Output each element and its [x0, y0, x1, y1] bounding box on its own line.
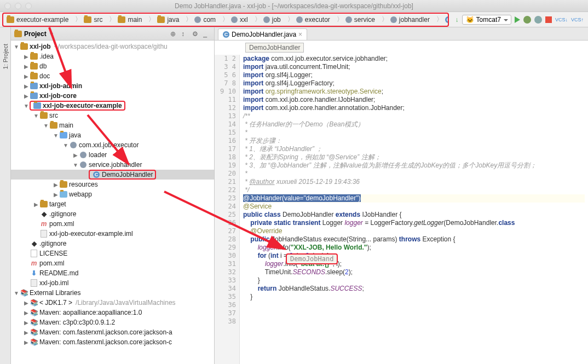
tree-node[interactable]: LICENSE [11, 249, 214, 258]
tree-node[interactable]: ▼service.jobhandler [11, 160, 214, 170]
tree-node[interactable]: ▶📚Maven: c3p0:c3p0:0.9.1.2 [11, 317, 214, 327]
tree-node[interactable]: xxl-job.iml [11, 278, 214, 288]
tree-node[interactable]: ▶xxl-job-admin [11, 81, 214, 91]
tomcat-icon: 🐱 [466, 16, 474, 24]
breadcrumb-item[interactable]: 〉job [251, 15, 284, 24]
tree-node[interactable]: ▶target [11, 199, 214, 209]
tab-label: DemoJobHandler.java [232, 31, 296, 38]
project-panel: Project ▾ ⊕ ↕ ⚙ ⎯ ▼xxl-job~/workspaces/i… [11, 27, 215, 364]
debug-button[interactable] [523, 16, 531, 24]
breadcrumb-item[interactable]: 〉src [72, 15, 106, 24]
tree-node[interactable]: CDemoJobHandler [11, 170, 214, 180]
code-editor[interactable]: 1 2 3 4 5 6 7 8 9 10 11 12 13 14 15 16 1… [215, 55, 588, 364]
breadcrumb-item[interactable]: 〉executor [284, 15, 333, 24]
tree-node[interactable]: ▼📚External Libraries [11, 288, 214, 298]
hide-icon[interactable]: ⎯ [203, 30, 211, 38]
tree-node[interactable]: ▼com.xxl.job.executor [11, 140, 214, 150]
breadcrumb-item[interactable]: 〉xxl [219, 15, 251, 24]
close-tab-icon[interactable]: × [298, 31, 302, 38]
tree-node[interactable]: ▶db [11, 61, 214, 71]
window-titlebar: Demo JobHandler.java - xxl-job - [~/work… [0, 0, 588, 12]
tree-node[interactable]: ▶webapp [11, 189, 214, 199]
tree-node[interactable]: ▼xxl-job~/workspaces/idea-git-workspace/… [11, 42, 214, 51]
stop-button[interactable] [545, 16, 552, 23]
tree-node[interactable]: ▶resources [11, 180, 214, 189]
editor-area: C DemoJobHandler.java × DemoJobHandler 1… [215, 27, 588, 364]
tree-node[interactable]: ▼java [11, 130, 214, 140]
tree-node[interactable]: ◆.gitignore [11, 209, 214, 219]
tree-node[interactable]: ▶📚< JDK1.7 >/Library/Java/JavaVirtualMac… [11, 298, 214, 308]
settings-icon[interactable]: ⚙ [192, 30, 200, 38]
project-tool-label[interactable]: 1: Project [2, 44, 9, 69]
project-header-title: Project [24, 30, 47, 38]
vcs-commit-icon[interactable]: VCS↑ [571, 17, 584, 22]
breadcrumb-item[interactable]: 〉java [145, 15, 182, 24]
tree-node[interactable]: ▶loader [11, 150, 214, 160]
breadcrumb-item[interactable]: 〉service [333, 15, 378, 24]
quickdoc-tooltip: DemoJobHand [286, 253, 338, 264]
traffic-lights[interactable] [4, 3, 32, 9]
tree-node[interactable]: ▶📚Maven: aopalliance:aopalliance:1.0 [11, 308, 214, 317]
run-config-label: Tomcat7 [476, 16, 501, 24]
tree-node[interactable]: ▶.idea [11, 51, 214, 61]
tree-node[interactable]: ▼xxl-job-executor-example [11, 101, 214, 111]
tree-node[interactable]: ▶doc [11, 71, 214, 81]
vcs-update-icon[interactable]: VCS↓ [555, 17, 568, 22]
breadcrumb-hint[interactable]: DemoJobHandler [245, 43, 304, 53]
run-configuration[interactable]: 🐱 Tomcat7 [462, 15, 511, 25]
scroll-from-source-icon[interactable]: ⊕ [170, 30, 178, 38]
tree-node[interactable]: ▶📚Maven: com.fasterxml.jackson.core:jack… [11, 337, 214, 347]
editor-tab[interactable]: C DemoJobHandler.java × [218, 28, 307, 40]
tree-node[interactable]: mpom.xml [11, 219, 214, 229]
tree-node[interactable]: ⬇README.md [11, 268, 214, 278]
breadcrumb-item[interactable]: 〉main [106, 15, 145, 24]
breadcrumb-item[interactable]: 〉CDemoJobHandler [433, 15, 449, 24]
run-button[interactable] [515, 16, 520, 23]
breadcrumb-bar[interactable]: executor-example〉src〉main〉java〉com〉xxl〉j… [2, 13, 449, 27]
tree-node[interactable]: ▼main [11, 120, 214, 130]
tree-node[interactable]: ▼src [11, 111, 214, 120]
tool-window-strip[interactable]: 1: Project [0, 27, 11, 364]
breadcrumb-item[interactable]: 〉com [182, 15, 219, 24]
project-tree[interactable]: ▼xxl-job~/workspaces/idea-git-workspace/… [11, 41, 214, 364]
tree-node[interactable]: ▶📚Maven: com.fasterxml.jackson.core:jack… [11, 327, 214, 337]
tree-node[interactable]: ◆.gitignore [11, 239, 214, 249]
tree-node[interactable]: ▶xxl-job-core [11, 91, 214, 101]
breadcrumb-item[interactable]: executor-example [3, 16, 72, 24]
coverage-button[interactable] [534, 16, 542, 24]
tree-node[interactable]: xxl-job-executor-example.iml [11, 229, 214, 239]
window-title: Demo JobHandler.java - xxl-job - [~/work… [175, 2, 413, 10]
class-icon: C [223, 31, 229, 38]
breadcrumb-item[interactable]: 〉jobhandler [378, 15, 433, 24]
collapse-all-icon[interactable]: ↕ [181, 30, 189, 38]
tree-node[interactable]: mpom.xml [11, 258, 214, 268]
